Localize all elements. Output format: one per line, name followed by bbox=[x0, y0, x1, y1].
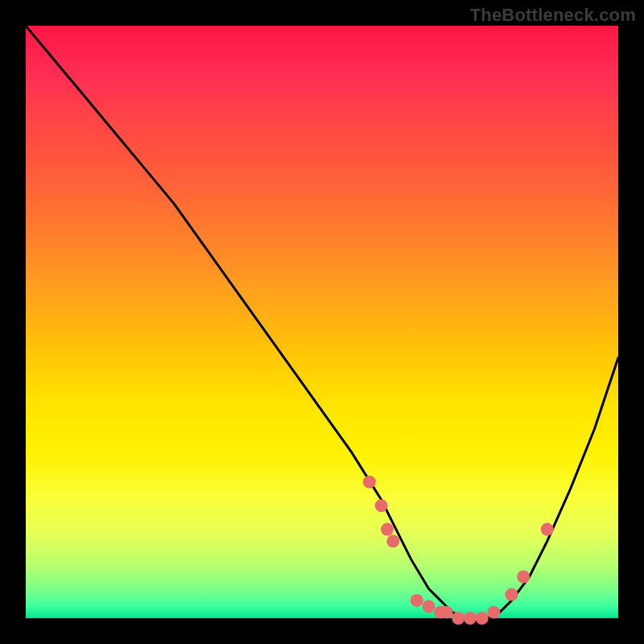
marker-dot bbox=[386, 535, 399, 547]
marker-dot bbox=[506, 588, 518, 601]
marker-dot bbox=[440, 606, 453, 619]
marker-dot bbox=[452, 612, 464, 625]
marker-dot bbox=[381, 523, 394, 536]
chart-svg bbox=[26, 26, 618, 618]
marker-dot bbox=[541, 523, 554, 536]
marker-dot bbox=[375, 499, 388, 512]
chart-plot-area bbox=[26, 26, 618, 618]
watermark-text: TheBottleneck.com bbox=[470, 5, 636, 26]
marker-dot bbox=[476, 612, 489, 625]
marker-dots-group bbox=[363, 476, 554, 625]
marker-dot bbox=[423, 600, 436, 613]
marker-dot bbox=[411, 594, 423, 607]
bottleneck-curve bbox=[26, 26, 618, 618]
marker-dot bbox=[487, 606, 500, 619]
marker-dot bbox=[517, 571, 530, 584]
marker-dot bbox=[363, 476, 376, 489]
marker-dot bbox=[464, 612, 477, 625]
